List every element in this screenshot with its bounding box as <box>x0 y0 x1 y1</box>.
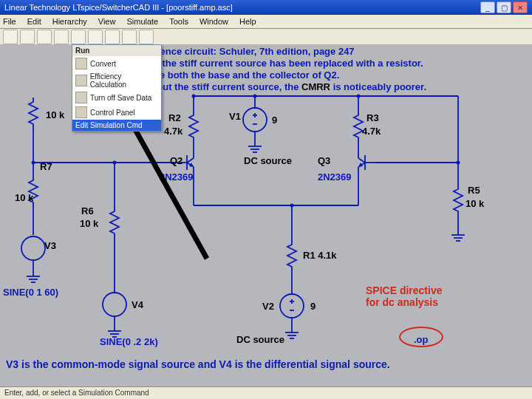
titlebar: Linear Technology LTspice/SwitcherCAD II… <box>0 0 532 15</box>
label-v3: V3 <box>44 240 56 251</box>
dropdown-item-selected[interactable]: Edit Simulation Cmd <box>72 120 161 131</box>
header-line-1: ference circuit: Schuler, 7th edition, p… <box>148 46 355 57</box>
menu-view[interactable]: View <box>98 17 116 26</box>
menu-icon <box>75 92 87 103</box>
close-button[interactable]: ✕ <box>513 1 528 13</box>
header-line-4-cmrr: CMRR <box>301 81 330 92</box>
tool-button[interactable] <box>37 30 52 44</box>
tool-button[interactable] <box>88 30 103 44</box>
dropdown-item[interactable]: Turn off Save Data <box>72 90 161 105</box>
label-sine2: SINE(0 .2 2k) <box>100 336 158 347</box>
label-r7-value: 10 k <box>15 192 33 203</box>
label-sine1: SINE(0 1 60) <box>3 287 58 298</box>
tool-button[interactable] <box>105 30 120 44</box>
menu-hierarchy[interactable]: Hierarchy <box>52 17 87 26</box>
label-v2-value: 9 <box>310 301 316 312</box>
label-dc-source-2: DC source <box>236 334 284 345</box>
dropdown-item[interactable]: Convert <box>72 56 161 71</box>
label-r5: R5 <box>468 185 480 196</box>
tool-button[interactable] <box>20 30 35 44</box>
label-r3: R3 <box>366 112 379 123</box>
dropdown-header[interactable]: Run <box>72 45 161 56</box>
statusbar: Enter, add, or select a Simulation Comma… <box>0 386 532 399</box>
window-buttons: _ ▢ ✕ <box>480 1 528 13</box>
menu-tools[interactable]: Tools <box>169 17 188 26</box>
simulate-menu-dropdown: Run Convert Efficiency Calculation Turn … <box>72 44 162 132</box>
annotation-spice-line1: SPICE directive <box>366 284 443 296</box>
annotation-spice-directive: SPICE directive for dc analysis <box>366 284 443 308</box>
annotation-spice-line2: for dc analysis <box>366 296 438 308</box>
label-q3: Q3 <box>318 155 330 166</box>
footer-line: V3 is the common-mode signal source and … <box>6 358 390 370</box>
minimize-button[interactable]: _ <box>480 1 495 13</box>
menu-help[interactable]: Help <box>239 17 256 26</box>
label-r3-value: 4.7k <box>362 126 381 137</box>
tool-button[interactable] <box>122 30 137 44</box>
menu-edit[interactable]: Edit <box>27 17 41 26</box>
tool-button[interactable] <box>71 30 86 44</box>
tool-button[interactable] <box>3 30 18 44</box>
label-v1-value: 9 <box>272 115 277 126</box>
tool-button[interactable] <box>54 30 69 44</box>
menu-icon <box>75 75 87 86</box>
label-v4: V4 <box>132 299 143 310</box>
menu-icon <box>75 58 87 69</box>
label-r-top-left-value: 10 k <box>46 109 64 120</box>
label-r1: R1 4.1k <box>303 250 337 261</box>
label-r7: R7 <box>40 161 52 172</box>
annotation-ellipse <box>399 327 443 347</box>
dropdown-item[interactable]: Efficiency Calculation <box>72 71 161 90</box>
window-title: Linear Technology LTspice/SwitcherCAD II… <box>4 3 480 12</box>
tool-button[interactable] <box>139 30 154 44</box>
maximize-button[interactable]: ▢ <box>497 1 511 13</box>
label-q3-type: 2N2369 <box>318 171 352 183</box>
toolbar <box>0 29 532 46</box>
header-line-4c: is noticeably poorer. <box>330 81 426 92</box>
menu-window[interactable]: Window <box>200 17 228 26</box>
menu-file[interactable]: File <box>3 17 16 26</box>
label-dc-source-1: DC source <box>244 155 292 166</box>
menu-simulate[interactable]: Simulate <box>126 17 158 26</box>
label-v1: V1 <box>229 111 241 122</box>
label-r5-value: 10 k <box>466 198 484 209</box>
label-v2: V2 <box>262 301 274 312</box>
menubar: File Edit Hierarchy View Simulate Tools … <box>0 15 532 29</box>
status-text: Enter, add, or select a Simulation Comma… <box>4 389 149 397</box>
dropdown-item[interactable]: Control Panel <box>72 105 161 120</box>
menu-icon <box>75 106 87 118</box>
schematic-canvas[interactable]: ference circuit: Schuler, 7th edition, p… <box>0 44 532 387</box>
